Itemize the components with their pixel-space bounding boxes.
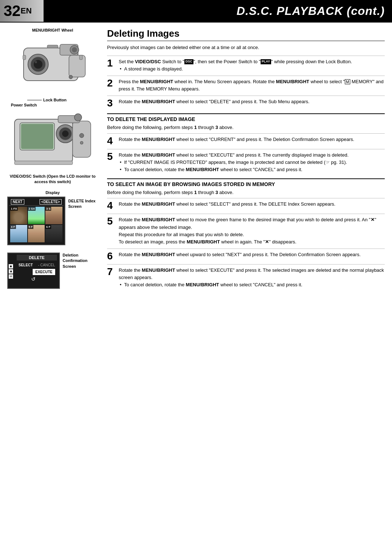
thumb-label-5: 5 F	[28, 225, 34, 229]
deletion-confirmation-screen: ◼ ▣ M DELETE SELECT - CANCEL EXECUTE	[7, 253, 60, 289]
step-4a-text: Rotate the MENU/BRIGHT wheel to select "…	[119, 136, 385, 143]
subsection1-title: To Delete the Displayed Image	[107, 113, 385, 122]
step-4b: 4 Rotate the MENU/BRIGHT wheel to select…	[107, 198, 385, 211]
camera-svg-top	[13, 37, 93, 95]
step-5a: 5 Rotate the MENU/BRIGHT wheel to select…	[107, 149, 385, 173]
select-label: SELECT	[19, 263, 33, 267]
lock-button-label: Lock Button	[43, 98, 66, 102]
thumb-label-6: 6 F	[45, 225, 51, 229]
step-2: 2 Press the MENU/BRIGHT wheel in. The Me…	[107, 76, 385, 93]
next-button-display: NEXT	[11, 199, 24, 205]
svg-rect-19	[73, 121, 91, 157]
main-content: MENU/BRIGHT Wheel	[0, 23, 392, 300]
dsc-icon: DSC	[184, 59, 193, 64]
step-1-bullet: A stored image is displayed.	[119, 66, 183, 72]
svg-rect-15	[21, 124, 53, 149]
confirmation-content: DELETE SELECT - CANCEL EXECUTE	[10, 255, 57, 275]
delete-index-top-bar: NEXT <DELETE>	[9, 198, 64, 206]
confirmation-title: DELETE	[17, 255, 57, 261]
thumb-label-1: 1 FX	[10, 207, 18, 211]
icon-tape: ◼	[9, 264, 13, 269]
icon-dsc: ▣	[9, 269, 13, 274]
step-5a-text: Rotate the MENU/BRIGHT wheel to select "…	[119, 152, 385, 173]
step-4a-number: 4	[107, 136, 119, 146]
step-5b-number: 5	[107, 216, 119, 226]
step-5a-bullet-2: To cancel deletion, rotate the MENU/BRIG…	[119, 167, 302, 172]
thumbnail-4: 4 F	[10, 225, 27, 242]
delete-index-screen-container: NEXT <DELETE> 1 FX 2 SX 3 S	[7, 197, 98, 247]
svg-point-23	[80, 141, 83, 144]
step-7: 7 Rotate the MENU/BRIGHT wheel to select…	[107, 264, 385, 288]
video-dsc-label: VIDEO/DSC Switch (Open the LCD monitor t…	[7, 174, 98, 185]
delete-button-display: <DELETE>	[40, 199, 62, 205]
conf-select-row: SELECT - CANCEL	[19, 263, 55, 267]
page-header: 32EN D.S.C. PLAYBACK (cont.)	[0, 0, 392, 23]
step-6: 6 Rotate the MENU/BRIGHT wheel upward to…	[107, 249, 385, 261]
step-2-text: Press the MENU/BRIGHT wheel in. The Menu…	[119, 78, 385, 93]
svg-rect-9	[47, 45, 58, 48]
page-number: 32EN	[0, 0, 44, 22]
step-7-number: 7	[107, 267, 119, 277]
step-6-text: Rotate the MENU/BRIGHT wheel upward to s…	[119, 251, 385, 258]
step-5a-bullet-1: If "CURRENT IMAGE IS PROTECTED" appears,…	[119, 160, 347, 165]
step-3-text: Rotate the MENU/BRIGHT wheel to select "…	[119, 98, 385, 105]
intro-text: Previously shot images can be deleted ei…	[107, 44, 385, 51]
deletion-confirmation-label: Deletion Confirmation Screen	[63, 251, 98, 269]
step-4a: 4 Rotate the MENU/BRIGHT wheel to select…	[107, 133, 385, 146]
svg-point-18	[62, 130, 69, 137]
camera-svg-bottom	[11, 110, 94, 172]
section-title: Deleting Images	[107, 28, 385, 41]
step-7-text: Rotate the MENU/BRIGHT wheel to select "…	[119, 267, 385, 288]
step-1-number: 1	[107, 58, 119, 68]
thumbnail-6: 6 F	[45, 225, 62, 242]
step-1: 1 Set the VIDEO/DSC Switch to "DSC", the…	[107, 56, 385, 73]
camera-diagram-top	[9, 34, 96, 98]
right-column: Deleting Images Previously shot images c…	[102, 23, 392, 300]
thumb-label-4: 4 F	[10, 225, 16, 229]
step-5b: 5 Rotate the MENU/BRIGHT wheel to move t…	[107, 214, 385, 246]
step-2-number: 2	[107, 78, 119, 88]
step-3: 3 Rotate the MENU/BRIGHT wheel to select…	[107, 96, 385, 108]
svg-point-22	[79, 133, 84, 138]
svg-point-8	[72, 47, 77, 52]
step-5b-text: Rotate the MENU/BRIGHT wheel to move the…	[119, 216, 385, 246]
thumbnail-2: 2 SX	[28, 207, 45, 224]
power-switch-label: Power Switch	[11, 103, 98, 107]
thumbnail-3: 3 S	[45, 207, 62, 224]
svg-point-21	[74, 114, 82, 121]
svg-rect-12	[79, 55, 82, 60]
icon-m: M	[9, 274, 13, 279]
subsection2-intro: Before doing the following, perform step…	[107, 189, 385, 196]
svg-rect-6	[69, 55, 85, 77]
menu-bright-label: MENU/BRIGHT Wheel	[7, 28, 98, 32]
step-3-number: 3	[107, 98, 119, 108]
subsection1-intro: Before doing the following, perform step…	[107, 124, 385, 131]
display-section-label: Display	[7, 190, 98, 195]
thumbnail-1: 1 FX	[10, 207, 27, 224]
conf-screen-bottom: SELECT - CANCEL EXECUTE	[17, 262, 57, 275]
svg-point-4	[35, 61, 37, 63]
sidebar-icons: ◼ ▣ M	[9, 264, 13, 279]
subsection2-title: To Select an Image by Browsing Images St…	[107, 178, 385, 187]
svg-rect-11	[23, 55, 26, 60]
svg-point-3	[34, 60, 42, 69]
arrow-indicator: ↺	[10, 276, 57, 282]
svg-rect-24	[15, 161, 73, 165]
delete-index-screen-label: DELETE Index Screen	[68, 197, 98, 210]
execute-label: EXECUTE	[33, 269, 55, 275]
left-column: MENU/BRIGHT Wheel	[0, 23, 102, 300]
execute-container: EXECUTE	[19, 269, 55, 274]
step-4b-text: Rotate the MENU/BRIGHT wheel to select "…	[119, 201, 385, 208]
thumbnail-5: 5 F	[28, 225, 45, 242]
thumb-label-2: 2 SX	[28, 207, 36, 211]
thumbnail-grid: 1 FX 2 SX 3 S 4 F	[9, 206, 64, 243]
svg-point-10	[69, 75, 73, 79]
play-icon: PLAY	[261, 59, 271, 64]
step-6-number: 6	[107, 251, 119, 261]
step-5a-number: 5	[107, 152, 119, 162]
step-7-bullet: To cancel deletion, rotate the MENU/BRIG…	[119, 282, 302, 287]
page-title: D.S.C. PLAYBACK (cont.)	[44, 0, 392, 22]
cancel-label: - CANCEL	[38, 263, 55, 267]
delete-index-screen: NEXT <DELETE> 1 FX 2 SX 3 S	[7, 197, 65, 245]
deletion-confirmation-screen-container: ◼ ▣ M DELETE SELECT - CANCEL EXECUTE	[7, 251, 98, 291]
